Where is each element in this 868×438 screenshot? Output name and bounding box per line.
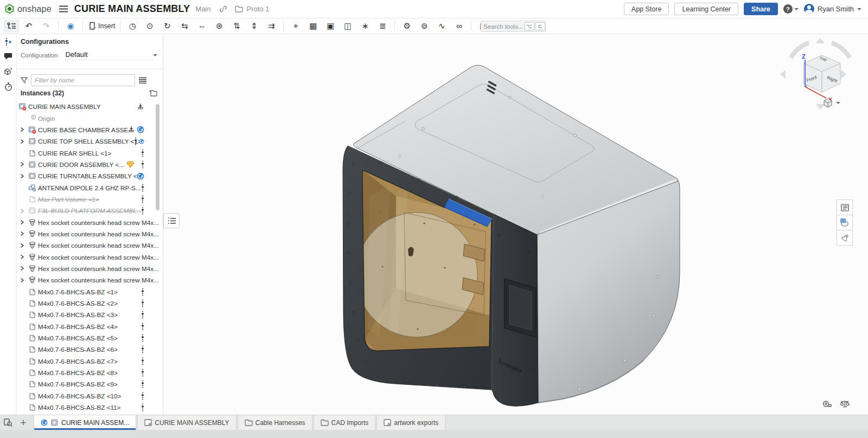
tree-item[interactable]: Hex socket countersunk head screw M4x... xyxy=(16,216,163,228)
tree-item[interactable]: CURIE MAIN ASSEMBLY xyxy=(16,101,163,112)
mate-planar-button[interactable]: ⇔ xyxy=(194,20,210,33)
project-name[interactable]: Proto 1 xyxy=(246,5,269,13)
named-positions-button[interactable]: ≣ xyxy=(374,20,391,33)
document-tab[interactable]: CAD Imports xyxy=(314,415,376,430)
tree-item[interactable]: M4x0.7-6-BHCS-AS-BZ <10> xyxy=(16,390,163,402)
tree-item[interactable]: CURIE TURNTABLE ASSEMBLY <... xyxy=(16,170,163,182)
main-menu-icon[interactable] xyxy=(59,5,68,12)
tree-item[interactable]: CURIE REAR SHELL <1> xyxy=(16,147,163,158)
link-icon[interactable] xyxy=(219,5,227,13)
tree-item[interactable]: Max Part Volume <1> xyxy=(16,194,163,205)
mate-revolute-button[interactable]: ↻ xyxy=(159,20,175,33)
tree-item[interactable]: ANTENNA DIPOLE 2.4 GHZ RP-S... xyxy=(16,182,163,193)
mate-connector-button[interactable]: ⌖ xyxy=(288,20,304,33)
tree-item[interactable]: CURIE BASE CHAMBER ASSE... xyxy=(16,124,163,136)
gear-relation-button[interactable]: ⚙ xyxy=(399,20,415,33)
exploded-view-button[interactable]: ∗ xyxy=(357,20,373,33)
belt-relation-button[interactable]: ∞ xyxy=(451,20,467,33)
tree-item[interactable]: M4x0.7-6-BHCS-AS-BZ <3> xyxy=(16,309,163,320)
tree-item[interactable]: M4x0.7-6-BHCS-AS-BZ <4> xyxy=(16,321,163,332)
configuration-caret-icon[interactable] xyxy=(153,54,157,56)
document-tab[interactable]: CURIE MAIN ASSEMBLY xyxy=(137,415,236,430)
expand-chevron-icon[interactable] xyxy=(20,277,26,284)
redo-button[interactable]: ↷ xyxy=(38,20,54,33)
tree-item[interactable]: Hex socket countersunk head screw M4x... xyxy=(16,240,163,251)
tree-item[interactable]: M4x0.7-6-BHCS-AS-BZ <1> xyxy=(16,286,163,298)
mate-ball-button[interactable]: ⊛ xyxy=(211,20,227,33)
new-tab-button[interactable]: + xyxy=(16,415,30,430)
expand-chevron-icon[interactable] xyxy=(20,254,26,260)
document-tab[interactable]: artwork exports xyxy=(376,415,445,430)
measure-icon[interactable] xyxy=(822,400,832,408)
filter-icon[interactable] xyxy=(21,77,28,84)
expand-chevron-icon[interactable] xyxy=(20,242,26,249)
revert-history-button[interactable]: ◷ xyxy=(124,20,141,33)
expand-chevron-icon[interactable] xyxy=(20,138,26,145)
comments-panel-button[interactable] xyxy=(0,49,16,64)
linear-pattern-button[interactable]: ▣ xyxy=(322,20,339,33)
performance-panel-button[interactable] xyxy=(0,79,16,94)
view-mode-dropdown[interactable] xyxy=(822,98,840,108)
update-in-context-button[interactable]: ◉ xyxy=(62,20,79,33)
mass-properties-icon[interactable] xyxy=(840,400,850,408)
expand-chevron-icon[interactable] xyxy=(20,173,26,179)
screw-relation-button[interactable]: ∿ xyxy=(433,20,450,33)
tree-item[interactable]: F3L BUILD PLATFORM ASSEMBL... xyxy=(16,205,163,216)
features-list-panel-button[interactable] xyxy=(837,199,853,215)
tree-item[interactable]: M4x0.7-6-BHCS-AS-BZ <6> xyxy=(16,344,163,355)
document-tab-active[interactable]: CURIE MAIN ASSEM... xyxy=(34,415,136,430)
tree-item[interactable]: Hex socket countersunk head screw M4x... xyxy=(16,274,163,286)
configurations-panel-button[interactable] xyxy=(0,34,16,49)
mate-cylindrical-button[interactable]: ⇕ xyxy=(246,20,262,33)
tree-item[interactable]: M4x0.7-6-BHCS-AS-BZ <8> xyxy=(16,367,163,378)
tree-item[interactable]: M4x0.7-6-BHCS-AS-BZ <9> xyxy=(16,378,163,390)
tree-item[interactable]: CURIE DOOR ASSEMBLY <... xyxy=(16,159,163,170)
rack-pinion-relation-button[interactable]: ⊚ xyxy=(416,20,432,33)
app-store-button[interactable]: App Store xyxy=(624,3,669,15)
insert-folder-icon[interactable] xyxy=(149,89,157,96)
assembly-structure-button[interactable] xyxy=(3,20,20,33)
bom-panel-button[interactable] xyxy=(837,215,853,230)
configuration-select[interactable]: Default xyxy=(65,50,153,60)
user-menu[interactable]: Ryan Smith xyxy=(804,4,861,14)
document-tab[interactable]: Cable Harnesses xyxy=(238,415,312,430)
tree-item[interactable]: M4x0.7-6-BHCS-AS-BZ <7> xyxy=(16,356,163,367)
help-panel-button[interactable]: ? xyxy=(0,64,16,79)
mate-slider-button[interactable]: ⇆ xyxy=(176,20,193,33)
expand-chevron-icon[interactable] xyxy=(20,265,26,272)
printer-model[interactable]: formlabs xyxy=(163,34,868,415)
tab-search-icon[interactable] xyxy=(0,415,16,430)
replicate-button[interactable]: ▦ xyxy=(305,20,321,33)
tree-scrollbar-thumb[interactable] xyxy=(156,104,159,210)
tree-item[interactable]: CURIE TOP SHELL ASSEMBLY <1> xyxy=(16,136,163,147)
expand-chevron-icon[interactable] xyxy=(20,126,26,133)
tree-item[interactable]: Hex socket countersunk head screw M4x... xyxy=(16,263,163,274)
configuration-panel-button[interactable] xyxy=(837,230,853,246)
tree-item[interactable]: Origin xyxy=(16,112,163,124)
expand-chevron-icon[interactable] xyxy=(20,219,26,226)
share-button[interactable]: Share xyxy=(744,3,778,15)
learning-center-button[interactable]: Learning Center xyxy=(674,3,738,15)
list-view-icon[interactable] xyxy=(139,77,146,83)
undo-button[interactable]: ↶ xyxy=(21,20,37,33)
mate-parallel-button[interactable]: ⇉ xyxy=(263,20,279,33)
tree-item[interactable]: M4x0.7-6-BHCS-AS-BZ <11> xyxy=(16,402,163,413)
help-menu[interactable]: ? xyxy=(783,4,799,14)
tree-item[interactable]: M4x0.7-6-BHCS-AS-BZ <5> xyxy=(16,332,163,344)
workspace-name[interactable]: Main xyxy=(195,5,210,13)
expand-chevron-icon[interactable] xyxy=(20,230,26,237)
search-tools-box[interactable]: Search tools... ⌥C xyxy=(481,21,546,32)
view-cube[interactable]: Top Front Right Z X xyxy=(776,35,857,116)
expand-chevron-icon[interactable] xyxy=(20,161,26,168)
tree-item[interactable]: Hex socket countersunk head screw M4x... xyxy=(16,228,163,240)
expand-chevron-icon[interactable] xyxy=(20,208,26,214)
insert-button[interactable]: Insert xyxy=(87,20,116,33)
tree-item[interactable]: M4x0.7-6-BHCS-AS-BZ <2> xyxy=(16,298,163,309)
onshape-logo[interactable]: onshape xyxy=(4,4,52,14)
mate-pin-slot-button[interactable]: ⇅ xyxy=(228,20,245,33)
mate-fastened-button[interactable]: ⊙ xyxy=(142,20,158,33)
circular-pattern-button[interactable]: ◫ xyxy=(340,20,356,33)
viewport-canvas[interactable]: formlabs Top xyxy=(163,34,868,415)
collapse-tree-button[interactable] xyxy=(163,213,180,228)
filter-input[interactable] xyxy=(31,74,135,86)
